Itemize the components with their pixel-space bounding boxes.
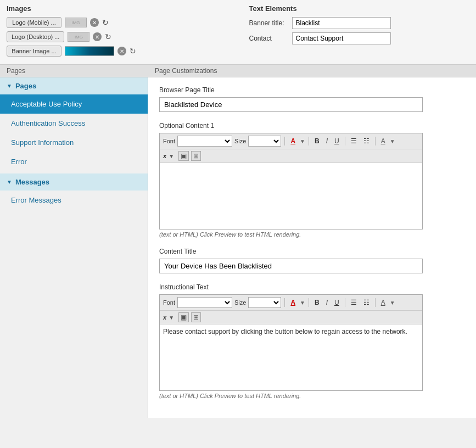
sidebar-item-error[interactable]: Error	[0, 152, 148, 171]
contact-input[interactable]	[292, 32, 391, 44]
content-area: ▼ Pages Acceptable Use Policy Authentica…	[0, 77, 476, 418]
bold-button-1[interactable]: B	[312, 136, 322, 146]
sep3	[345, 137, 345, 145]
content-title-input[interactable]	[159, 259, 423, 273]
logo-desktop-refresh-icon[interactable]: ↻	[105, 32, 114, 41]
logo-mobile-refresh-icon[interactable]: ↻	[102, 18, 111, 27]
link-arrow-1[interactable]: ▼	[390, 138, 395, 144]
sidebar-item-auth-success[interactable]: Authentication Success	[0, 114, 148, 133]
banner-title-input[interactable]	[292, 17, 391, 29]
underline-button-1[interactable]: U	[332, 136, 341, 146]
logo-mobile-remove-icon[interactable]: ✕	[90, 18, 99, 27]
sidebar-messages-group[interactable]: ▼ Messages	[0, 173, 148, 191]
sep6	[309, 298, 309, 307]
italic-button-2[interactable]: I	[324, 298, 330, 307]
banner-title-label: Banner title:	[249, 19, 288, 27]
contact-row: Contact	[249, 32, 470, 44]
sidebar-item-support-info-label: Support Information	[11, 138, 74, 147]
instructional-toolbar-2: x ▼ ▣ ⊞	[160, 311, 422, 324]
sidebar-pages-group[interactable]: ▼ Pages	[0, 77, 148, 94]
top-section: Images Logo (Mobile) ... IMG ✕ ↻ Logo (D…	[0, 0, 476, 65]
main-area: Pages Page Customizations ▼ Pages Accept…	[0, 65, 476, 418]
pages-arrow-icon: ▼	[7, 83, 12, 89]
optional-content-toolbar-2: x ▼ ▣ ⊞	[160, 149, 422, 163]
logo-mobile-row: Logo (Mobile) ... IMG ✕ ↻	[7, 17, 227, 28]
sep1	[284, 137, 285, 145]
sidebar-item-error-label: Error	[11, 158, 27, 166]
source-button-2[interactable]: ⊞	[191, 312, 201, 322]
size-select-1[interactable]	[248, 136, 281, 147]
section-header-bar: Pages Page Customizations	[0, 65, 476, 77]
logo-desktop-remove-icon[interactable]: ✕	[93, 32, 102, 41]
sep5	[284, 298, 285, 307]
text-elements-header: Text Elements	[249, 4, 470, 13]
color-arrow-1[interactable]: ▼	[300, 138, 305, 144]
optional-content-editor: Font Size A ▼ B I U	[159, 133, 423, 229]
images-panel: Images Logo (Mobile) ... IMG ✕ ↻ Logo (D…	[7, 4, 227, 60]
link-arrow-2[interactable]: ▼	[390, 300, 395, 306]
instructional-text-label: Instructional Text	[159, 283, 465, 291]
frame-button-2[interactable]: ▣	[178, 312, 189, 322]
font-label-1: Font	[163, 138, 175, 144]
optional-content-hint: (text or HTML) Click Preview to test HTM…	[159, 231, 465, 238]
frame-button-1[interactable]: ▣	[178, 151, 189, 161]
list-ol-button-2[interactable]: ☷	[361, 298, 372, 307]
banner-image-thumb	[65, 46, 114, 56]
instructional-text-editor: Font Size A ▼ B I U	[159, 294, 423, 391]
text-elements-panel: Text Elements Banner title: Contact	[249, 4, 470, 60]
x-format-button-2[interactable]: x	[163, 314, 166, 321]
font-select-1[interactable]	[177, 136, 232, 147]
x-arrow-2[interactable]: ▼	[169, 315, 174, 321]
banner-image-button[interactable]: Banner Image ...	[7, 46, 61, 57]
list-ul-button-2[interactable]: ☰	[349, 298, 359, 307]
logo-desktop-thumb: IMG	[68, 32, 89, 42]
list-ol-button-1[interactable]: ☷	[361, 136, 372, 146]
underline-button-2[interactable]: U	[332, 298, 341, 307]
sep7	[345, 298, 345, 307]
logo-desktop-row: Logo (Desktop) ... IMG ✕ ↻	[7, 31, 227, 42]
browser-title-input[interactable]	[159, 97, 423, 112]
sidebar-item-support-info[interactable]: Support Information	[0, 133, 148, 152]
banner-title-row: Banner title:	[249, 17, 470, 29]
list-ul-button-1[interactable]: ☰	[349, 136, 359, 146]
right-panel: Browser Page Title Optional Content 1 Fo…	[148, 77, 476, 418]
banner-image-row: Banner Image ... ✕ ↻	[7, 46, 227, 57]
contact-label: Contact	[249, 35, 288, 42]
italic-button-1[interactable]: I	[324, 136, 330, 146]
optional-content-body[interactable]	[160, 163, 422, 229]
size-label-2: Size	[234, 299, 246, 306]
messages-group-label: Messages	[15, 178, 49, 186]
sidebar: ▼ Pages Acceptable Use Policy Authentica…	[0, 77, 148, 418]
x-format-button-1[interactable]: x	[163, 153, 166, 159]
logo-desktop-button[interactable]: Logo (Desktop) ...	[7, 31, 64, 42]
banner-image-refresh-icon[interactable]: ↻	[130, 47, 138, 55]
size-select-2[interactable]	[248, 297, 281, 308]
font-label-2: Font	[163, 299, 175, 306]
color-button-1[interactable]: A	[288, 136, 298, 146]
color-arrow-2[interactable]: ▼	[300, 300, 305, 306]
images-header: Images	[7, 4, 227, 13]
instructional-text-hint: (text or HTML) Click Preview to test HTM…	[159, 393, 465, 399]
sidebar-item-error-messages[interactable]: Error Messages	[0, 191, 148, 210]
x-arrow-1[interactable]: ▼	[169, 153, 174, 159]
font-select-2[interactable]	[177, 297, 232, 308]
logo-mobile-button[interactable]: Logo (Mobile) ...	[7, 17, 61, 28]
sidebar-item-acceptable-use[interactable]: Acceptable Use Policy	[0, 94, 148, 114]
bold-button-2[interactable]: B	[312, 298, 322, 307]
logo-mobile-thumb: IMG	[65, 18, 87, 27]
link-button-1[interactable]: A	[379, 136, 388, 146]
customizations-section-label: Page Customizations	[155, 67, 217, 75]
optional-content-label: Optional Content 1	[159, 122, 465, 130]
banner-image-remove-icon[interactable]: ✕	[117, 47, 126, 55]
content-title-section: Content Title	[159, 248, 465, 273]
sidebar-item-error-messages-label: Error Messages	[11, 196, 61, 204]
size-label-1: Size	[234, 138, 246, 144]
link-button-2[interactable]: A	[379, 298, 388, 307]
source-button-1[interactable]: ⊞	[191, 151, 201, 161]
sep2	[309, 137, 309, 145]
browser-title-section: Browser Page Title	[159, 86, 465, 112]
instructional-toolbar-1: Font Size A ▼ B I U	[160, 295, 422, 311]
instructional-text-body[interactable]: Please contact support by clicking the b…	[160, 324, 422, 390]
color-button-2[interactable]: A	[288, 298, 298, 307]
pages-section-label: Pages	[7, 67, 155, 75]
